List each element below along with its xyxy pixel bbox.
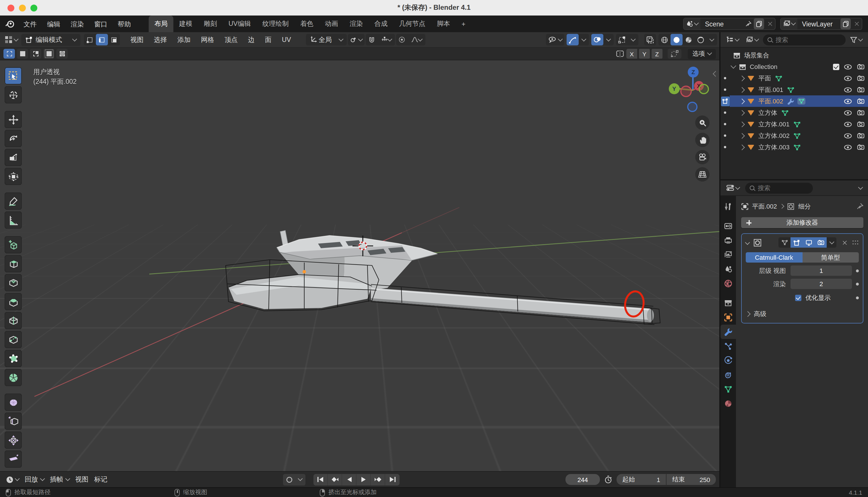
show-gizmo-toggle[interactable] <box>567 34 579 45</box>
breadcrumb-modifier[interactable]: 细分 <box>798 202 811 211</box>
toggle-ortho-button[interactable] <box>695 167 709 182</box>
keyframe-dot-icon[interactable] <box>856 282 859 285</box>
rotate-tool[interactable] <box>4 130 22 147</box>
hide-eye-icon[interactable] <box>844 75 852 81</box>
show-in-render-toggle[interactable] <box>814 237 827 247</box>
outliner-display-mode-dropdown[interactable] <box>744 34 761 45</box>
solid-shading-button[interactable] <box>671 34 682 45</box>
select-box-tool[interactable] <box>4 67 22 84</box>
workspace-tab-shading[interactable]: 着色 <box>294 15 319 32</box>
menu-playback[interactable]: 回放 <box>23 474 46 485</box>
frame-end-field[interactable]: 结束 250 <box>666 474 716 485</box>
hide-eye-icon[interactable] <box>844 87 852 92</box>
camera-view-button[interactable] <box>695 150 709 164</box>
menu-select[interactable]: 选择 <box>149 36 172 44</box>
new-viewlayer-button[interactable] <box>840 18 851 29</box>
mirror-x-button[interactable]: X <box>626 49 637 59</box>
outliner-search-input[interactable]: 搜索 <box>763 34 845 45</box>
object-row-plane002-active[interactable]: 平面.002 <box>720 95 868 107</box>
menu-add[interactable]: 添加 <box>173 36 195 44</box>
mirror-z-button[interactable]: Z <box>651 49 662 59</box>
gizmo-y-negative[interactable] <box>698 84 709 94</box>
3d-viewport[interactable]: 用户透视 (244) 平面.002 <box>0 60 719 471</box>
pin-scene-button[interactable] <box>743 18 753 29</box>
keyframe-dot-icon[interactable] <box>856 269 859 272</box>
workspace-tab-layout[interactable]: 布局 <box>149 15 173 32</box>
add-cube-tool[interactable] <box>4 236 22 253</box>
extrude-region-tool[interactable] <box>4 255 22 272</box>
expand-icon[interactable] <box>731 63 736 69</box>
workspace-tab-scripting[interactable]: 脚本 <box>431 15 456 32</box>
expand-icon[interactable] <box>739 121 745 127</box>
collection-row[interactable]: Collection <box>720 61 868 72</box>
select-extend-button[interactable] <box>17 49 28 59</box>
editor-type-button[interactable] <box>2 34 20 45</box>
add-modifier-button[interactable]: 添加修改器 <box>741 217 864 228</box>
disable-render-camera-icon[interactable] <box>857 110 865 115</box>
delete-viewlayer-button[interactable] <box>851 18 862 29</box>
menu-render[interactable]: 渲染 <box>65 17 89 30</box>
xray-gizmo-icon-button[interactable] <box>616 34 628 45</box>
disable-render-camera-icon[interactable] <box>857 98 865 104</box>
frame-start-field[interactable]: 起始 1 <box>617 474 666 485</box>
gizmo-x-negative[interactable] <box>680 86 692 97</box>
workspace-tab-compositing[interactable]: 合成 <box>369 15 393 32</box>
select-intersect-button[interactable] <box>56 49 68 59</box>
expand-icon[interactable] <box>739 133 745 139</box>
levels-viewport-field[interactable]: 1 <box>791 266 852 276</box>
tab-render[interactable] <box>720 219 736 233</box>
object-row-cube001[interactable]: 立方体.001 <box>720 118 868 130</box>
material-preview-button[interactable] <box>682 34 695 45</box>
menu-file[interactable]: 文件 <box>18 17 42 30</box>
rendered-shading-button[interactable] <box>695 34 707 45</box>
cursor-tool[interactable] <box>4 86 22 103</box>
hide-eye-icon[interactable] <box>844 144 852 150</box>
modifier-panel-header[interactable] <box>746 237 859 248</box>
workspace-add-button[interactable]: + <box>456 15 471 32</box>
workspace-tab-uv[interactable]: UV编辑 <box>223 15 256 32</box>
disable-render-camera-icon[interactable] <box>857 75 865 81</box>
pivot-point-dropdown[interactable] <box>348 34 365 45</box>
edge-select-button[interactable] <box>96 34 108 45</box>
shrink-fatten-tool[interactable] <box>4 431 22 449</box>
proportional-falloff-dropdown[interactable] <box>408 34 425 45</box>
bevel-tool[interactable] <box>4 293 22 310</box>
gizmo-settings-dropdown[interactable] <box>579 34 589 45</box>
menu-timeline-view[interactable]: 视图 <box>73 474 91 485</box>
jump-to-end-button[interactable] <box>385 474 400 485</box>
menu-view[interactable]: 视图 <box>126 36 148 44</box>
pin-icon[interactable] <box>856 203 864 210</box>
menu-edge[interactable]: 边 <box>244 36 259 44</box>
expand-icon[interactable] <box>739 144 745 150</box>
move-tool[interactable] <box>4 111 22 128</box>
prev-keyframe-button[interactable] <box>328 474 342 485</box>
measure-tool[interactable] <box>4 211 22 229</box>
expand-icon[interactable] <box>739 98 745 104</box>
keyframe-dot-icon[interactable] <box>856 297 859 299</box>
shear-tool[interactable] <box>4 451 22 468</box>
scale-tool[interactable] <box>4 149 22 166</box>
tab-physics[interactable] <box>720 353 736 368</box>
expand-icon[interactable] <box>739 110 745 115</box>
select-invert-button[interactable] <box>43 49 55 59</box>
shading-settings-dropdown[interactable] <box>707 34 717 45</box>
poly-build-tool[interactable] <box>4 350 22 367</box>
menu-window[interactable]: 窗口 <box>89 17 113 30</box>
viewlayer-browse-button[interactable] <box>781 18 797 29</box>
wireframe-shading-button[interactable] <box>659 34 671 45</box>
disable-render-camera-icon[interactable] <box>857 64 865 70</box>
advanced-section-toggle[interactable]: 高级 <box>746 310 859 318</box>
gizmo-y-axis[interactable]: Y <box>669 83 680 94</box>
expand-icon[interactable] <box>739 87 745 93</box>
delete-scene-button[interactable] <box>765 18 775 29</box>
properties-search-input[interactable]: 搜索 <box>745 182 813 193</box>
optimal-display-checkbox[interactable] <box>795 295 801 301</box>
snap-settings-dropdown[interactable] <box>378 34 395 45</box>
disable-render-camera-icon[interactable] <box>857 133 865 139</box>
menu-marker[interactable]: 标记 <box>92 474 109 485</box>
levels-render-field[interactable]: 2 <box>791 279 852 289</box>
spin-tool[interactable] <box>4 369 22 386</box>
object-row-cube[interactable]: 立方体 <box>720 107 868 118</box>
simple-button[interactable]: 简单型 <box>802 252 859 262</box>
scene-browse-button[interactable] <box>684 18 701 29</box>
